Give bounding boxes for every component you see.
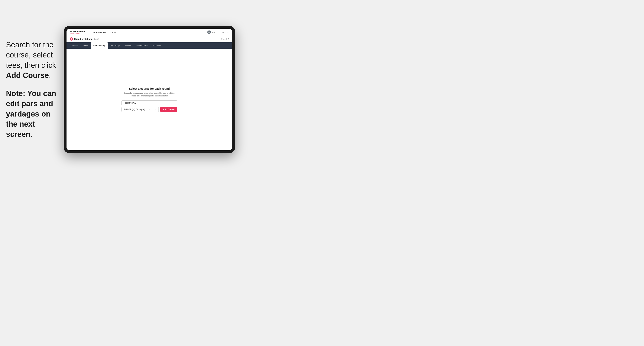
tab-course-setup[interactable]: Course Setup [91, 42, 108, 49]
tee-select[interactable]: Gold (M) (M) (7010 yds) ✕ ⌄ [122, 107, 159, 112]
tab-navigation: Details Teams Course Setup Tee Groups Re… [66, 42, 232, 49]
tablet-screen: SCOREBOARD Powered by clippd TOURNAMENTS… [66, 29, 232, 150]
top-nav-links: TOURNAMENTS TEAMS [92, 31, 116, 33]
logo-main-text: SCOREBOARD [70, 30, 88, 33]
logo-sub-text: Powered by clippd [70, 33, 88, 34]
clippd-icon: C [70, 37, 73, 40]
tee-value: Gold (M) (M) (7010 yds) [124, 108, 145, 111]
user-name: Test User [212, 31, 220, 33]
cancel-label: Cancel [221, 38, 227, 40]
instruction-text: Search for the course, select tees, then… [6, 40, 62, 81]
instructions-panel: Search for the course, select tees, then… [6, 40, 62, 148]
user-avatar: R [207, 30, 211, 34]
note-text: Note: You can edit pars and yardages on … [6, 88, 62, 139]
top-nav-left: SCOREBOARD Powered by clippd TOURNAMENTS… [70, 30, 116, 34]
add-course-reference: Add Course [6, 71, 49, 80]
pipe-separator: | [221, 31, 221, 33]
tournament-title-row: C Clippd Invitational (Men) [70, 37, 99, 40]
logo: SCOREBOARD Powered by clippd [70, 30, 88, 34]
add-course-button[interactable]: Add Course [160, 107, 177, 112]
clear-icon[interactable]: ✕ [149, 108, 150, 111]
tournament-header: C Clippd Invitational (Men) Cancel ✕ [66, 36, 232, 42]
tournament-name: Clippd Invitational [74, 38, 93, 40]
course-setup-panel: Select a course for each round Search fo… [122, 87, 177, 112]
panel-description: Search for a course and select a tee. Yo… [122, 92, 177, 97]
tournament-tag: (Men) [94, 38, 99, 40]
nav-teams[interactable]: TEAMS [110, 31, 116, 33]
tab-results[interactable]: Results [122, 42, 134, 49]
tab-details[interactable]: Details [70, 42, 80, 49]
tab-leaderboards[interactable]: Leaderboards [134, 42, 150, 49]
nav-tournaments[interactable]: TOURNAMENTS [92, 31, 106, 33]
tablet-device: SCOREBOARD Powered by clippd TOURNAMENTS… [64, 26, 235, 153]
chevron-down-icon: ⌄ [155, 109, 156, 110]
sign-out-link[interactable]: Sign out [222, 31, 229, 33]
cancel-button[interactable]: Cancel ✕ [221, 38, 229, 40]
tab-printables[interactable]: Printables [150, 42, 164, 49]
top-nav: SCOREBOARD Powered by clippd TOURNAMENTS… [66, 29, 232, 36]
cancel-icon: ✕ [228, 38, 229, 40]
tee-select-row: Gold (M) (M) (7010 yds) ✕ ⌄ Add Course [122, 107, 177, 112]
panel-title: Select a course for each round [122, 87, 177, 90]
top-nav-right: R Test User | Sign out [207, 30, 229, 34]
tab-teams[interactable]: Teams [80, 42, 91, 49]
tab-tee-groups[interactable]: Tee Groups [108, 42, 123, 49]
course-search-input[interactable] [122, 100, 177, 105]
main-content: Select a course for each round Search fo… [66, 49, 232, 150]
